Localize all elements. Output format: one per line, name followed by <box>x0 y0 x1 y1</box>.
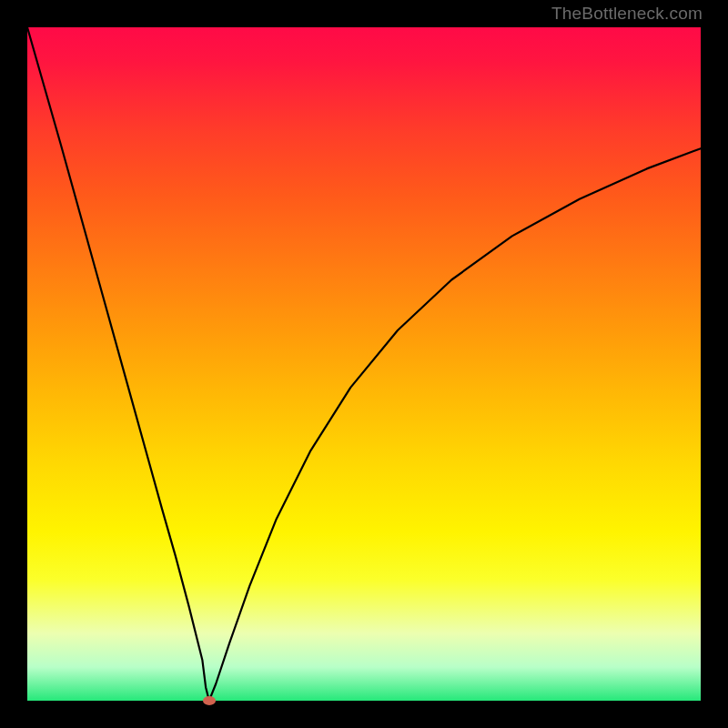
minimum-marker <box>203 696 216 705</box>
chart-frame: TheBottleneck.com <box>0 0 728 728</box>
watermark-text: TheBottleneck.com <box>551 4 703 24</box>
bottleneck-curve <box>27 27 701 701</box>
plot-area <box>27 27 701 701</box>
